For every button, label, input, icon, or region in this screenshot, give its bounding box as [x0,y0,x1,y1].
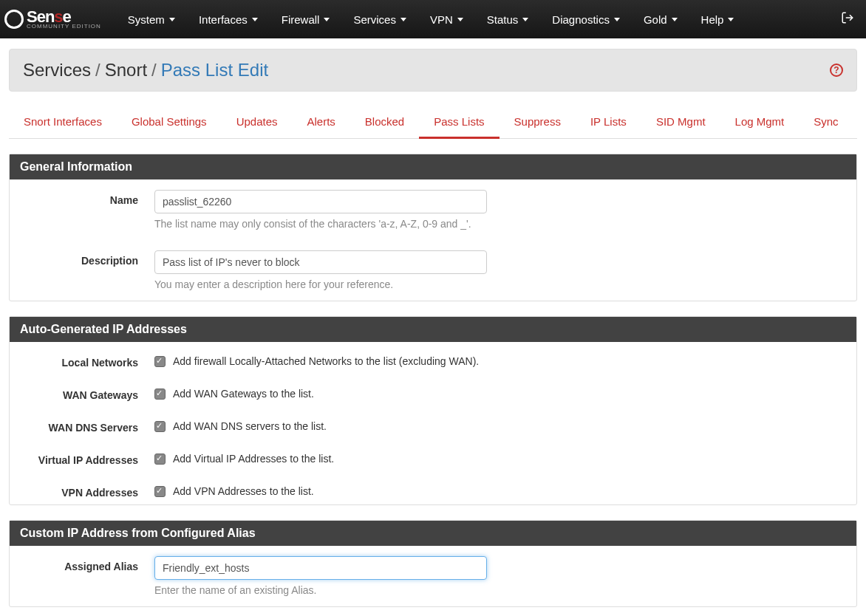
breadcrumb-sep: / [151,60,157,81]
nav-status[interactable]: Status [477,7,539,32]
logo-icon [4,10,24,29]
nav-interfaces[interactable]: Interfaces [188,7,268,32]
row-wan-gateways: WAN Gateways Add WAN Gateways to the lis… [10,374,856,407]
input-name[interactable] [154,190,487,213]
checkbox-wan-gateways[interactable] [154,389,166,400]
row-name: Name The list name may only consist of t… [10,179,856,240]
text-virtual-ip: Add Virtual IP Addresses to the list. [173,453,334,465]
tab-updates[interactable]: Updates [222,106,293,138]
brand-text: Sense COMMUNITY EDITION [27,9,101,30]
checkbox-wan-dns[interactable] [154,421,166,432]
row-wan-dns: WAN DNS Servers Add WAN DNS servers to t… [10,407,856,439]
logout-icon[interactable] [841,11,854,28]
page-header: Services / Snort / Pass List Edit ? [9,49,857,92]
label-wan-dns: WAN DNS Servers [21,417,154,434]
caret-down-icon [522,18,528,21]
label-assigned-alias: Assigned Alias [21,556,154,572]
nav-help[interactable]: Help [691,7,745,32]
text-local-networks: Add firewall Locally-Attached Networks t… [173,355,479,367]
label-name: Name [21,190,154,206]
tab-snort-interfaces[interactable]: Snort Interfaces [9,106,117,138]
caret-down-icon [252,18,258,21]
tab-global-settings[interactable]: Global Settings [117,106,222,138]
tab-pass-lists[interactable]: Pass Lists [419,106,499,138]
panel-title-general: General Information [10,154,856,179]
checkbox-local-networks[interactable] [154,356,166,367]
nav-links: System Interfaces Firewall Services VPN … [117,7,745,32]
tab-log-mgmt[interactable]: Log Mgmt [720,106,799,138]
text-wan-gateways: Add WAN Gateways to the list. [173,388,314,400]
panel-title-custom: Custom IP Address from Configured Alias [10,521,856,546]
label-virtual-ip: Virtual IP Addresses [21,450,154,466]
label-wan-gateways: WAN Gateways [21,385,154,401]
caret-down-icon [400,18,406,21]
row-description: Description You may enter a description … [10,240,856,301]
input-assigned-alias[interactable] [154,556,487,580]
tab-blocked[interactable]: Blocked [350,106,419,138]
checkbox-virtual-ip[interactable] [154,454,166,465]
caret-down-icon [457,18,463,21]
tab-alerts[interactable]: Alerts [293,106,350,138]
nav-services[interactable]: Services [343,7,417,32]
caret-down-icon [169,18,175,21]
row-vpn-addresses: VPN Addresses Add VPN Addresses to the l… [10,472,856,504]
checkbox-vpn-addresses[interactable] [154,486,166,497]
top-navbar: Sense COMMUNITY EDITION System Interface… [0,0,866,38]
row-virtual-ip: Virtual IP Addresses Add Virtual IP Addr… [10,439,856,472]
panel-custom-alias: Custom IP Address from Configured Alias … [9,520,857,607]
brand-logo[interactable]: Sense COMMUNITY EDITION [4,9,101,30]
nav-gold[interactable]: Gold [633,7,688,32]
caret-down-icon [614,18,620,21]
caret-down-icon [672,18,678,21]
tab-ip-lists[interactable]: IP Lists [576,106,641,138]
caret-down-icon [728,18,734,21]
row-local-networks: Local Networks Add firewall Locally-Atta… [10,342,856,374]
breadcrumb-sep: / [95,60,100,81]
crumb-services[interactable]: Services [23,60,91,81]
text-wan-dns: Add WAN DNS servers to the list. [173,420,327,432]
nav-system[interactable]: System [117,7,185,32]
tab-bar: Snort Interfaces Global Settings Updates… [9,99,857,139]
tab-sync[interactable]: Sync [799,106,853,138]
nav-firewall[interactable]: Firewall [271,7,341,32]
nav-diagnostics[interactable]: Diagnostics [542,7,630,32]
input-description[interactable] [154,250,487,274]
caret-down-icon [324,18,330,21]
nav-vpn[interactable]: VPN [420,7,474,32]
label-local-networks: Local Networks [21,352,154,369]
label-vpn-addresses: VPN Addresses [21,482,154,499]
panel-general: General Information Name The list name m… [9,154,857,301]
tab-suppress[interactable]: Suppress [500,106,576,138]
help-name: The list name may only consist of the ch… [154,218,845,230]
label-description: Description [21,250,154,267]
row-assigned-alias: Assigned Alias Enter the name of an exis… [10,546,856,606]
text-vpn-addresses: Add VPN Addresses to the list. [173,485,314,497]
help-icon[interactable]: ? [830,64,843,77]
crumb-passlist-edit: Pass List Edit [161,60,268,81]
crumb-snort[interactable]: Snort [105,60,147,81]
help-assigned-alias: Enter the name of an existing Alias. [154,584,845,596]
panel-title-autogen: Auto-Generated IP Addresses [10,317,856,342]
panel-autogen: Auto-Generated IP Addresses Local Networ… [9,316,857,505]
tab-sid-mgmt[interactable]: SID Mgmt [641,106,720,138]
help-description: You may enter a description here for you… [154,278,845,290]
